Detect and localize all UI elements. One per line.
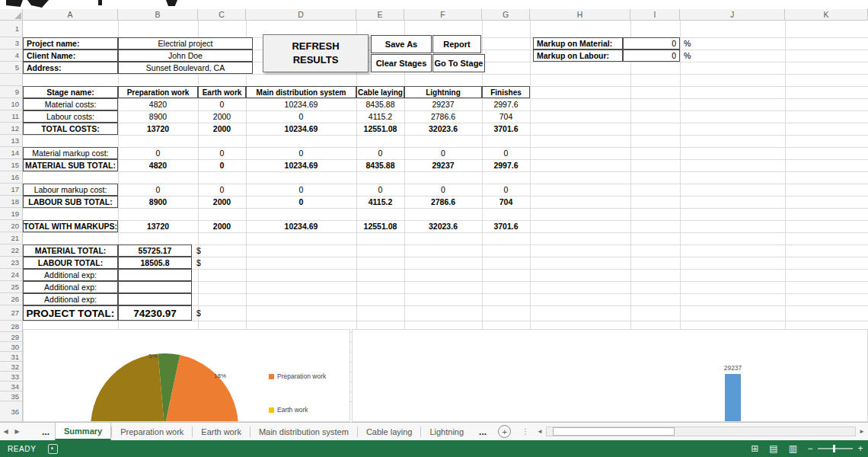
stage-value-cell[interactable]: 0 xyxy=(246,110,356,123)
stage-value-cell[interactable]: 704 xyxy=(482,196,530,208)
stage-value-cell[interactable]: 8435.88 xyxy=(356,98,404,110)
stage-value-cell[interactable]: 10234.69 xyxy=(246,159,356,171)
go-to-stage-button[interactable]: Go To Stage xyxy=(432,54,485,72)
row-header-19[interactable]: 19 xyxy=(0,208,22,220)
stage-value-cell[interactable]: 0 xyxy=(198,98,246,110)
stage-value-cell[interactable]: 8435.88 xyxy=(356,159,404,171)
page-break-view-icon[interactable]: ▥ xyxy=(789,444,797,453)
row-header-31[interactable]: 31 xyxy=(0,352,22,362)
stage-value-cell[interactable]: 0 xyxy=(118,147,198,159)
stage-row-label[interactable]: Labour markup cost: xyxy=(23,184,118,196)
markup-value-field[interactable]: 0 xyxy=(623,50,680,62)
row-header-23[interactable]: 23 xyxy=(0,257,22,269)
row-header-13[interactable]: 13 xyxy=(0,135,22,147)
row-header-18[interactable]: 18 xyxy=(0,196,22,208)
column-header-E[interactable]: E xyxy=(356,9,404,20)
stage-value-cell[interactable]: 0 xyxy=(404,184,482,196)
markup-label[interactable]: Markup on Material: xyxy=(533,37,623,50)
legend-item-earth-work[interactable]: Earth work xyxy=(269,406,308,414)
sheet-tab-preparation-work[interactable]: Preparation work xyxy=(112,423,192,440)
row-header-29[interactable]: 29 xyxy=(0,332,22,342)
stage-value-cell[interactable]: 4820 xyxy=(118,98,198,110)
stage-value-cell[interactable]: 0 xyxy=(404,147,482,159)
total-row-label[interactable]: Additional exp: xyxy=(23,293,118,305)
stage-value-cell[interactable]: 704 xyxy=(482,110,530,123)
column-header-A[interactable]: A xyxy=(23,9,118,20)
column-header-B[interactable]: B xyxy=(118,9,198,20)
stage-column-header[interactable]: Lightning xyxy=(404,86,482,98)
stage-value-cell[interactable]: 10234.69 xyxy=(246,123,356,135)
stage-value-cell[interactable]: 8900 xyxy=(118,196,198,208)
stage-value-cell[interactable]: 0 xyxy=(198,147,246,159)
pie-chart[interactable]: 5% 18% Preparation work Earth work xyxy=(23,329,350,422)
row-header-27[interactable]: 27 xyxy=(0,305,22,321)
currency-label[interactable]: $ xyxy=(193,305,206,321)
tabs-scroll-left-icon[interactable]: ◀ xyxy=(0,428,11,435)
currency-label[interactable]: $ xyxy=(193,244,206,257)
project-field-label[interactable]: Project name: xyxy=(23,37,118,50)
stage-value-cell[interactable]: 0 xyxy=(356,184,404,196)
row-header-16[interactable]: 16 xyxy=(0,171,22,184)
stage-value-cell[interactable]: 29237 xyxy=(404,159,482,171)
macro-record-icon[interactable] xyxy=(48,444,58,454)
stage-value-cell[interactable]: 4115.2 xyxy=(356,196,404,208)
markup-unit-label[interactable]: % xyxy=(681,50,694,62)
stage-row-label[interactable]: LABOUR SUB TOTAL: xyxy=(23,196,118,208)
stage-value-cell[interactable]: 12551.08 xyxy=(356,220,404,232)
stage-column-header[interactable]: Main distribution system xyxy=(246,86,356,98)
hscroll-right-icon[interactable]: ► xyxy=(856,428,868,435)
total-row-value[interactable]: 55725.17 xyxy=(118,244,192,257)
stage-column-header[interactable]: Earth work xyxy=(198,86,246,98)
row-header-36[interactable]: 36 xyxy=(0,401,22,422)
row-header-30[interactable]: 30 xyxy=(0,342,22,352)
row-header-20[interactable]: 20 xyxy=(0,220,22,232)
markup-unit-label[interactable]: % xyxy=(681,37,694,50)
total-row-value[interactable] xyxy=(118,281,192,293)
project-field-value[interactable]: John Doe xyxy=(118,50,253,62)
column-header-D[interactable]: D xyxy=(246,9,356,20)
project-total-value[interactable]: 74230.97 xyxy=(118,305,192,321)
stage-value-cell[interactable]: 0 xyxy=(482,147,530,159)
column-header-F[interactable]: F xyxy=(404,9,482,20)
clear-stages-button[interactable]: Clear Stages xyxy=(371,54,432,72)
row-header-17[interactable]: 17 xyxy=(0,184,22,196)
stage-row-label[interactable]: TOTAL WITH MARKUPS: xyxy=(23,220,118,232)
total-row-label[interactable]: Additional exp: xyxy=(23,269,118,281)
row-header-35[interactable]: 35 xyxy=(0,391,22,401)
stage-value-cell[interactable]: 2786.6 xyxy=(404,110,482,123)
stage-value-cell[interactable]: 0 xyxy=(198,159,246,171)
zoom-in-button[interactable]: + xyxy=(857,443,864,454)
refresh-results-button[interactable]: REFRESH RESULTS xyxy=(263,34,369,72)
row-header-25[interactable]: 25 xyxy=(0,281,22,293)
stage-row-label[interactable]: MATERIAL SUB TOTAL: xyxy=(23,159,118,171)
add-sheet-button[interactable]: + xyxy=(498,425,511,438)
project-field-value[interactable]: Sunset Boulevard, CA xyxy=(118,62,253,74)
stage-value-cell[interactable]: 0 xyxy=(356,147,404,159)
row-header-hidden[interactable] xyxy=(0,74,22,86)
stage-value-cell[interactable]: 12551.08 xyxy=(356,123,404,135)
stage-column-header[interactable]: Cable laying xyxy=(356,86,404,98)
sheet-tab-earth-work[interactable]: Earth work xyxy=(193,423,250,440)
total-row-value[interactable]: 18505.8 xyxy=(118,257,192,269)
row-header-10[interactable]: 10 xyxy=(0,98,22,110)
stage-column-header[interactable]: Finishes xyxy=(482,86,530,98)
stage-value-cell[interactable]: 4115.2 xyxy=(356,110,404,123)
report-button[interactable]: Report xyxy=(432,35,481,53)
stage-value-cell[interactable]: 2000 xyxy=(198,123,246,135)
sheet-tab-cable-laying[interactable]: Cable laying xyxy=(358,423,421,440)
stage-value-cell[interactable]: 10234.69 xyxy=(246,220,356,232)
row-header-3[interactable]: 3 xyxy=(0,37,22,50)
normal-view-icon[interactable]: ⊞ xyxy=(751,444,758,453)
tabs-overflow-right[interactable]: ... xyxy=(474,427,492,437)
stage-value-cell[interactable]: 2786.6 xyxy=(404,196,482,208)
total-row-label[interactable]: Additional exp: xyxy=(23,281,118,293)
column-header-J[interactable]: J xyxy=(680,9,785,20)
stage-value-cell[interactable]: 2997.6 xyxy=(482,159,530,171)
stage-value-cell[interactable]: 3701.6 xyxy=(482,220,530,232)
total-row-label[interactable]: MATERIAL TOTAL: xyxy=(23,244,118,257)
row-header-32[interactable]: 32 xyxy=(0,362,22,372)
stage-value-cell[interactable]: 0 xyxy=(246,147,356,159)
stage-row-label[interactable]: TOTAL COSTS: xyxy=(23,123,118,135)
stage-value-cell[interactable]: 0 xyxy=(118,184,198,196)
project-field-value[interactable]: Electrial project xyxy=(118,37,253,50)
